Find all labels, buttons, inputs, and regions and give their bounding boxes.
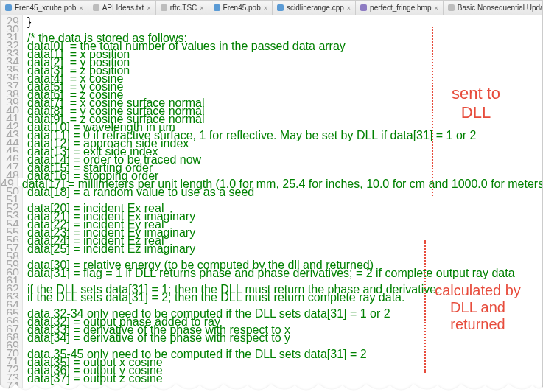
code-editor[interactable]: 29}3031/* the data is stored as follows:…	[1, 15, 542, 391]
line-content: data[17] = millimeters per unit length (…	[18, 178, 542, 186]
line-content: data[11] = 0 if refractive surface, 1 fo…	[23, 129, 542, 137]
line-number: 56	[1, 234, 23, 242]
line-content	[23, 340, 542, 348]
line-number: 44	[1, 137, 23, 145]
code-line[interactable]: 53data[21] = incident Ex imaginary	[1, 210, 542, 218]
close-icon[interactable]: ×	[200, 4, 203, 12]
close-icon[interactable]: ×	[434, 4, 438, 12]
line-number: 73	[1, 372, 23, 380]
line-content: data[31] = flag = 1 if DLL returns phase…	[23, 267, 542, 275]
code-line[interactable]: 74	[1, 380, 542, 388]
line-number: 54	[1, 218, 23, 226]
code-line[interactable]: 32data[0] = the total number of values i…	[1, 40, 542, 48]
line-content: data[16] = stopping order	[23, 169, 542, 178]
code-line[interactable]: 58	[1, 251, 542, 259]
tab-4[interactable]: scidlinerange.cpp×	[273, 1, 356, 15]
code-line[interactable]: 46data[14] = order to be traced now	[1, 153, 542, 161]
tab-0[interactable]: Fren45_xcube.pob×	[1, 1, 88, 15]
tab-bar: Fren45_xcube.pob×API Ideas.txt×rftc.TSC×…	[1, 1, 542, 15]
code-line[interactable]: 35data[3] = z position	[1, 64, 542, 72]
line-number: 57	[1, 242, 23, 251]
line-number: 50	[1, 186, 23, 194]
line-number: 32	[1, 40, 23, 48]
code-line[interactable]: 54data[22] = incident Ey real	[1, 218, 542, 226]
tab-2[interactable]: rftc.TSC×	[156, 1, 209, 15]
line-content: data[37] = output z cosine	[23, 372, 542, 380]
line-content	[23, 194, 542, 202]
line-number: 30	[1, 24, 23, 32]
code-line[interactable]: 59data[30] = relative energy (to be comp…	[1, 259, 542, 267]
code-line[interactable]: 71data[35] = output x cosine	[1, 356, 542, 364]
line-content: data[0] = the total number of values in …	[23, 40, 542, 48]
line-number: 47	[1, 161, 23, 169]
tab-label: Fren45_xcube.pob	[15, 4, 76, 12]
line-number: 37	[1, 80, 23, 88]
code-line[interactable]: 55data[23] = incident Ey imaginary	[1, 226, 542, 234]
line-number: 48	[1, 169, 23, 178]
code-line[interactable]: 49data[17] = millimeters per unit length…	[1, 178, 542, 186]
line-content: data[2] = y position	[23, 56, 542, 64]
line-number: 31	[1, 32, 23, 40]
close-icon[interactable]: ×	[147, 4, 150, 12]
code-line[interactable]: 72data[36] = output y cosine	[1, 364, 542, 372]
line-number: 38	[1, 88, 23, 97]
line-content: data[23] = incident Ey imaginary	[23, 226, 542, 234]
line-content: data[20] = incident Ex real	[23, 202, 542, 210]
code-line[interactable]: 60data[31] = flag = 1 if DLL returns pha…	[1, 267, 542, 275]
line-content	[23, 24, 542, 32]
line-number: 41	[1, 113, 23, 121]
code-line[interactable]: 43data[11] = 0 if refractive surface, 1 …	[1, 129, 542, 137]
code-line[interactable]: 36data[4] = x cosine	[1, 72, 542, 80]
file-type-icon	[93, 4, 99, 11]
line-number: 60	[1, 267, 23, 275]
line-number: 69	[1, 340, 23, 348]
line-number: 45	[1, 145, 23, 153]
code-line[interactable]: 57data[25] = incident Ez imaginary	[1, 242, 542, 251]
code-line[interactable]: 33data[1] = x position	[1, 48, 542, 56]
line-number: 65	[1, 307, 23, 315]
close-icon[interactable]: ×	[264, 4, 267, 12]
code-line[interactable]: 73data[37] = output z cosine	[1, 372, 542, 380]
code-line[interactable]: 56data[24] = incident Ez real	[1, 234, 542, 242]
file-type-icon	[5, 4, 12, 11]
line-number: 40	[1, 105, 23, 113]
line-number: 33	[1, 48, 23, 56]
code-line[interactable]: 70data 35-45 only need to be computed if…	[1, 348, 542, 356]
code-line[interactable]: 52data[20] = incident Ex real	[1, 202, 542, 210]
line-content: data[36] = output y cosine	[23, 364, 542, 372]
annotation-sent-to-dll: sent to DLL	[439, 84, 513, 122]
code-line[interactable]: 45data[13] = exit side index	[1, 145, 542, 153]
line-content: data[22] = incident Ey real	[23, 218, 542, 226]
line-content: data 35-45 only need to be computed if t…	[23, 348, 542, 356]
close-icon[interactable]: ×	[347, 4, 351, 12]
close-icon[interactable]: ×	[79, 4, 83, 12]
line-content: /* the data is stored as follows:	[23, 32, 542, 40]
code-line[interactable]: 30	[1, 24, 542, 32]
code-line[interactable]: 29}	[1, 15, 542, 24]
code-line[interactable]: 69	[1, 340, 542, 348]
line-number: 71	[1, 356, 23, 364]
line-number: 68	[1, 332, 23, 340]
code-line[interactable]: 50data[18] = a random value to use as a …	[1, 186, 542, 194]
tab-label: rftc.TSC	[170, 4, 197, 12]
line-number: 64	[1, 299, 23, 307]
line-number: 53	[1, 210, 23, 218]
line-number: 55	[1, 226, 23, 234]
tab-3[interactable]: Fren45.pob×	[209, 1, 273, 15]
line-number: 49	[1, 178, 18, 186]
code-line[interactable]: 44data[12] = approach side index	[1, 137, 542, 145]
tab-5[interactable]: perfect_fringe.bmp×	[356, 1, 444, 15]
editor-window: Fren45_xcube.pob×API Ideas.txt×rftc.TSC×…	[0, 0, 543, 392]
code-line[interactable]: 48data[16] = stopping order	[1, 169, 542, 178]
code-line[interactable]: 51	[1, 194, 542, 202]
line-number: 63	[1, 291, 23, 299]
code-line[interactable]: 47data[15] = starting order	[1, 161, 542, 169]
line-content: }	[23, 15, 542, 24]
line-number: 43	[1, 129, 23, 137]
code-line[interactable]: 34data[2] = y position	[1, 56, 542, 64]
tab-6[interactable]: Basic Nonsequential Updated.ZPL×	[444, 1, 542, 15]
tab-1[interactable]: API Ideas.txt×	[88, 1, 156, 15]
code-line[interactable]: 31/* the data is stored as follows:	[1, 32, 542, 40]
line-content: data[35] = output x cosine	[23, 356, 542, 364]
line-content: data[24] = incident Ez real	[23, 234, 542, 242]
